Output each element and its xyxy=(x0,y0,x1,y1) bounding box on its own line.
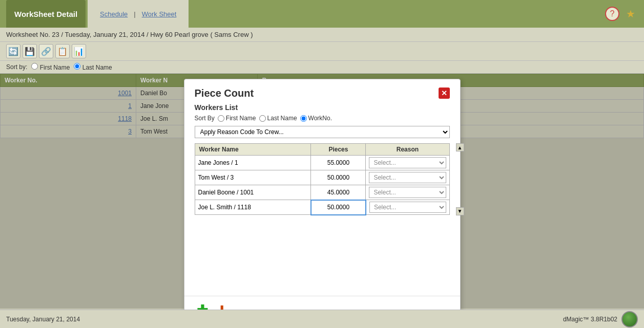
help-icon[interactable]: ? xyxy=(605,7,619,21)
col-pieces-header: Pieces xyxy=(311,144,366,156)
reason-select-2[interactable]: Select... xyxy=(369,187,446,198)
workers-list-title: Workers List xyxy=(195,103,450,112)
worker-row-pieces-2[interactable]: 45.0000 xyxy=(311,185,366,200)
sort-firstname-label[interactable]: First Name xyxy=(31,63,70,71)
worker-row-pieces-1[interactable]: 50.0000 xyxy=(311,170,366,185)
toolbar-btn-link[interactable]: 🔗 xyxy=(39,44,53,58)
worker-row-pieces-3[interactable]: 50.0000 xyxy=(311,200,366,215)
workers-table: Worker Name Pieces Reason Jane Jones / 1… xyxy=(195,143,450,215)
worker-row-reason-3[interactable]: Select... xyxy=(366,200,449,215)
worker-row-reason-2[interactable]: Select... xyxy=(366,185,449,200)
toolbar-btn-edit[interactable]: 📋 xyxy=(55,44,70,58)
sort-lastname-radio[interactable] xyxy=(74,63,80,70)
app-title: WorkSheet Detail xyxy=(6,0,86,28)
top-bar-right: ? ★ xyxy=(605,7,638,21)
sort-lastname-label[interactable]: Last Name xyxy=(74,63,112,71)
modal-sort-firstname[interactable]: First Name xyxy=(218,115,256,122)
modal-sort-by-row: Sort By First Name Last Name WorkNo. xyxy=(195,115,450,122)
worker-row-name-2: Daniel Boone / 1001 xyxy=(195,185,311,200)
worker-row-name-1: Tom West / 3 xyxy=(195,170,311,185)
sort-label: Sort by: xyxy=(6,63,27,71)
apply-reason-dropdown[interactable]: Apply Reason Code To Crew... xyxy=(195,126,450,138)
modal-body: Workers List Sort By First Name Last Nam… xyxy=(184,103,460,296)
breadcrumb: Worksheet No. 23 / Tuesday, January 21, … xyxy=(0,28,644,42)
status-date: Tuesday, January 21, 2014 xyxy=(6,316,80,323)
piece-count-modal: Piece Count ✕ Workers List Sort By First… xyxy=(184,79,461,324)
toolbar-btn-table[interactable]: 📊 xyxy=(72,44,86,58)
nav-links: Schedule | Work Sheet xyxy=(88,0,189,28)
worker-row-reason-1[interactable]: Select... xyxy=(366,170,449,185)
scroll-up-button[interactable]: ▲ xyxy=(456,143,464,151)
worker-row-reason-0[interactable]: Select... xyxy=(366,156,449,170)
modal-header: Piece Count ✕ xyxy=(184,79,460,103)
worker-row-name-0: Jane Jones / 1 xyxy=(195,156,311,170)
toolbar-btn-refresh[interactable]: 🔄 xyxy=(6,44,20,58)
col-worker-name-header: Worker Name xyxy=(195,144,311,156)
sort-row: Sort by: First Name Last Name xyxy=(0,61,644,74)
reason-select-0[interactable]: Select... xyxy=(369,157,446,168)
nav-link-schedule[interactable]: Schedule xyxy=(100,10,128,18)
modal-sort-by-label: Sort By xyxy=(195,115,215,122)
status-bar-right: dMagic™ 3.8R1b02 xyxy=(563,311,638,327)
modal-sort-lastname[interactable]: Last Name xyxy=(259,115,297,122)
modal-sort-lastname-radio[interactable] xyxy=(259,115,266,122)
worker-row-3: Joe L. Smith / 1118 50.0000 Select... xyxy=(195,200,449,215)
worker-row-pieces-0[interactable]: 55.0000 xyxy=(311,156,366,170)
modal-sort-workno[interactable]: WorkNo. xyxy=(300,115,332,122)
star-icon[interactable]: ★ xyxy=(624,7,638,21)
main-area: Worker No. Worker N Reason 1001 Daniel B… xyxy=(0,74,644,327)
top-bar: WorkSheet Detail Schedule | Work Sheet ?… xyxy=(0,0,644,28)
reason-select-1[interactable]: Select... xyxy=(369,172,446,183)
col-reason-header: Reason xyxy=(366,144,449,156)
worker-row-2: Daniel Boone / 1001 45.0000 Select... xyxy=(195,185,449,200)
scroll-down-button[interactable]: ▼ xyxy=(456,207,464,215)
reason-select-3[interactable]: Select... xyxy=(369,202,446,213)
version-text: dMagic™ 3.8R1b02 xyxy=(563,316,617,323)
globe-icon xyxy=(621,311,638,327)
modal-overlay: Piece Count ✕ Workers List Sort By First… xyxy=(0,74,644,309)
worker-row-1: Tom West / 3 50.0000 Select... xyxy=(195,170,449,185)
modal-scroll-container: Worker Name Pieces Reason Jane Jones / 1… xyxy=(195,143,450,215)
nav-link-worksheet[interactable]: Work Sheet xyxy=(142,10,177,18)
modal-close-button[interactable]: ✕ xyxy=(439,88,450,99)
worker-row-0: Jane Jones / 1 55.0000 Select... xyxy=(195,156,449,170)
status-bar: Tuesday, January 21, 2014 dMagic™ 3.8R1b… xyxy=(0,310,644,328)
sort-firstname-radio[interactable] xyxy=(31,63,38,70)
toolbar-btn-save[interactable]: 💾 xyxy=(23,44,37,58)
modal-title: Piece Count xyxy=(195,88,254,99)
modal-sort-firstname-radio[interactable] xyxy=(218,115,224,122)
worker-row-name-3: Joe L. Smith / 1118 xyxy=(195,200,311,215)
modal-sort-workno-radio[interactable] xyxy=(300,115,307,122)
toolbar: 🔄 💾 🔗 📋 📊 xyxy=(0,42,644,61)
